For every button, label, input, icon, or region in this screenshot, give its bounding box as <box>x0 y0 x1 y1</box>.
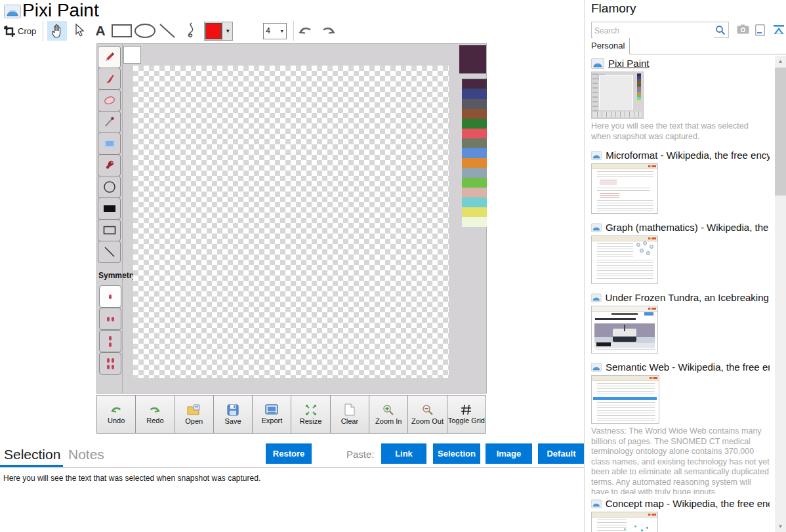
resize-button[interactable]: Resize <box>291 396 330 433</box>
palette-color[interactable] <box>462 148 487 158</box>
zoom-in-button[interactable]: Zoom In <box>369 396 408 433</box>
thumbnail-content <box>596 349 655 352</box>
canvas-divider <box>122 44 123 393</box>
symmetry-horizontal-button[interactable] <box>99 308 121 330</box>
palette-color[interactable] <box>462 79 487 89</box>
thumbnail-content <box>646 527 648 529</box>
paste-image-button[interactable]: Image <box>486 443 532 464</box>
snapshot-thumbnail[interactable] <box>591 235 658 284</box>
undo-button[interactable]: Undo <box>97 396 136 433</box>
palette-color[interactable] <box>462 207 487 217</box>
zoom-out-button[interactable]: Zoom Out <box>408 396 447 433</box>
palette-color[interactable] <box>462 109 487 119</box>
app-window: Pixi Paint Crop A <box>0 0 786 532</box>
scrollbar-thumb[interactable] <box>775 68 786 195</box>
eyedropper-tool-button[interactable] <box>98 111 121 133</box>
list-item-title[interactable]: Concept map - Wikipedia, the free encycl… <box>591 498 770 509</box>
palette-color[interactable] <box>462 217 487 227</box>
thumbnail-content <box>592 236 657 241</box>
current-color-swatch <box>205 23 222 39</box>
palette-color[interactable] <box>462 168 487 178</box>
new-note-icon[interactable] <box>755 24 765 36</box>
snapshot-list: Pixi Paint Here you will see the text th… <box>591 54 770 532</box>
palette-color[interactable] <box>462 178 487 188</box>
list-item-title[interactable]: Graph (mathematics) - Wikipedia, the fre… <box>591 222 770 233</box>
action-label: Resize <box>300 417 322 425</box>
line-tool-button[interactable] <box>158 21 176 41</box>
palette-color[interactable] <box>462 89 487 99</box>
flamory-sidebar: Flamory Personal Pixi Paint <box>584 0 786 532</box>
rectangle-outline-tool-button[interactable] <box>98 219 121 241</box>
thumbnail-content <box>637 73 641 102</box>
fill-tool-button[interactable] <box>98 154 121 176</box>
palette-color[interactable] <box>462 129 487 138</box>
snapshot-thumbnail[interactable] <box>591 163 658 214</box>
snapshot-thumbnail[interactable] <box>591 72 644 119</box>
line-draw-tool-button[interactable] <box>98 241 121 263</box>
palette-color[interactable] <box>462 188 487 197</box>
action-label: Undo <box>108 417 125 424</box>
chevron-down-icon[interactable]: ▼ <box>222 22 232 40</box>
restore-button[interactable]: Restore <box>266 443 312 464</box>
curve-tool-button[interactable] <box>183 21 196 41</box>
line-width-select[interactable]: 4 ▼ <box>263 23 287 39</box>
symmetry-label: Symmetry <box>98 271 136 280</box>
pencil-tool-button[interactable] <box>98 46 121 68</box>
snapshot-thumbnail[interactable] <box>591 306 658 354</box>
list-item-title[interactable]: Microformat - Wikipedia, the free encycl… <box>591 150 770 161</box>
text-tool-button[interactable]: A <box>92 21 109 41</box>
symmetry-quad-button[interactable] <box>99 352 121 375</box>
toggle-grid-button[interactable]: Toggle Grid <box>447 396 486 433</box>
list-item-title[interactable]: Under Frozen Tundra, an Icebreaking Ship… <box>591 292 770 303</box>
paste-selection-button[interactable]: Selection <box>433 443 480 464</box>
ellipse-tool-button[interactable] <box>134 21 155 41</box>
symmetry-vertical-button[interactable] <box>99 330 121 352</box>
crop-button[interactable]: Crop <box>4 21 36 41</box>
clear-button[interactable]: Clear <box>331 396 369 433</box>
camera-icon[interactable] <box>737 24 749 34</box>
scroll-up-icon[interactable]: ▲ <box>775 56 786 67</box>
drawing-canvas[interactable] <box>133 66 449 378</box>
palette-color[interactable] <box>462 158 487 168</box>
color-picker-button[interactable]: ▼ <box>204 22 233 41</box>
search-icon[interactable] <box>715 25 726 35</box>
snapshot-thumbnail[interactable] <box>591 375 659 424</box>
palette-color[interactable] <box>462 119 487 129</box>
pointer-tool-button[interactable] <box>70 21 89 41</box>
tab-notes[interactable]: Notes <box>68 447 104 462</box>
eraser-tool-button[interactable] <box>98 89 121 112</box>
filled-rectangle-tool-button[interactable] <box>98 197 121 220</box>
scroll-down-icon[interactable]: ▼ <box>775 521 786 532</box>
rectangle-tool-button[interactable] <box>112 21 132 41</box>
ellipse-icon <box>134 24 155 38</box>
hand-tool-button[interactable] <box>47 21 67 41</box>
tab-personal[interactable]: Personal <box>591 41 625 51</box>
action-label: Redo <box>146 417 163 424</box>
paste-link-button[interactable]: Link <box>381 443 426 464</box>
search-input[interactable] <box>593 23 714 38</box>
tab-selection[interactable]: Selection <box>4 447 60 462</box>
redo-arrow-button[interactable] <box>320 21 336 41</box>
save-button[interactable]: Save <box>214 396 253 433</box>
sidebar-scrollbar[interactable]: ▲ ▼ <box>775 56 786 532</box>
list-item-title[interactable]: Pixi Paint <box>591 58 770 69</box>
symmetry-none-button[interactable] <box>99 285 121 308</box>
undo-arrow-button[interactable] <box>298 21 314 41</box>
brush-tool-button[interactable] <box>98 68 121 90</box>
export-button[interactable]: Export <box>253 396 291 433</box>
undo-icon <box>110 405 123 415</box>
paste-default-button[interactable]: Default <box>538 443 585 464</box>
line-thickness-button[interactable] <box>242 21 259 41</box>
list-item-title[interactable]: Semantic Web - Wikipedia, the free encyc… <box>591 361 770 373</box>
thumbnail-content <box>599 75 633 110</box>
palette-color[interactable] <box>462 99 487 109</box>
redo-button[interactable]: Redo <box>136 396 175 433</box>
palette-color[interactable] <box>462 197 487 207</box>
snapshot-thumbnail[interactable] <box>591 512 658 532</box>
selection-icon <box>104 139 115 148</box>
palette-color[interactable] <box>462 138 487 148</box>
collapse-to-top-icon[interactable] <box>773 25 785 35</box>
open-button[interactable]: Open <box>175 396 214 433</box>
select-tool-button[interactable] <box>98 133 121 155</box>
circle-tool-button[interactable] <box>98 176 121 198</box>
